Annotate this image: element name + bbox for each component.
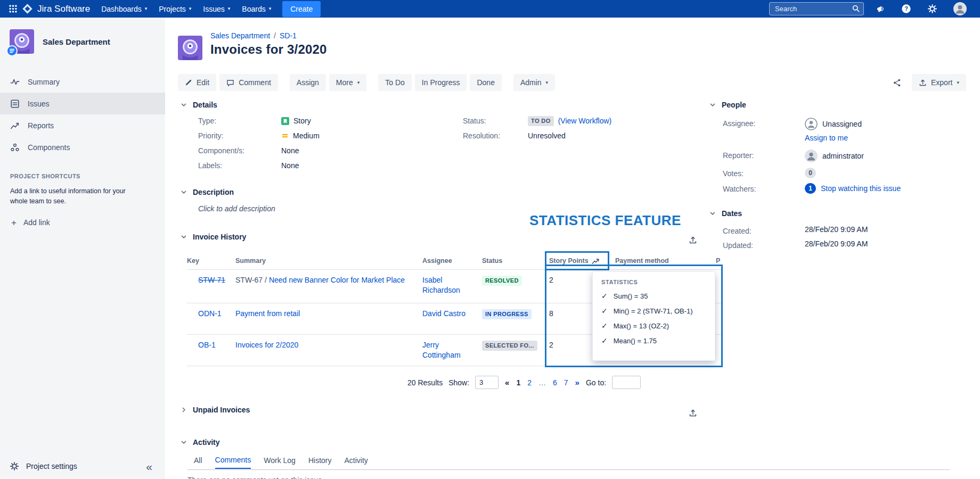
tab-history[interactable]: History (308, 456, 332, 469)
collapse-people-button[interactable] (709, 101, 716, 109)
page-prev[interactable]: « (505, 378, 509, 387)
issue-key-link[interactable]: OB-1 (198, 341, 216, 349)
unpaid-invoices-export-button[interactable] (684, 404, 701, 422)
nav-issues[interactable]: Issues▾ (197, 1, 236, 17)
collapse-details-button[interactable] (180, 101, 187, 109)
chevron-down-icon: ▾ (957, 80, 959, 85)
tab-all[interactable]: All (194, 456, 202, 469)
breadcrumb-issue-link[interactable]: SD-1 (280, 31, 297, 40)
goto-page-input[interactable] (612, 376, 641, 389)
check-icon: ✓ (601, 292, 608, 300)
table-pagination: 20 Results Show: « 1 2 … 6 7 » Go to: (407, 376, 641, 389)
toolbar-right: Export ▾ (888, 74, 966, 91)
admin-button[interactable]: Admin ▾ (513, 74, 555, 91)
assign-to-me-link[interactable]: Assign to me (805, 134, 848, 142)
add-link-button[interactable]: + Add link (10, 217, 51, 228)
collapse-description-button[interactable] (180, 188, 187, 196)
export-button[interactable]: Export ▾ (912, 74, 966, 91)
column-key[interactable]: Key (187, 252, 235, 269)
watchers-badge[interactable]: 1 (805, 183, 816, 194)
more-label: More (336, 78, 353, 87)
assignee-link[interactable]: Jerry Cottingham (422, 341, 461, 359)
project-settings-button[interactable]: Project settings (10, 461, 77, 471)
description-placeholder[interactable]: Click to add description (198, 204, 275, 213)
jira-logo[interactable]: Jira Software (22, 3, 90, 14)
sidebar-item-issues[interactable]: Issues (0, 93, 165, 114)
breadcrumb-project-link[interactable]: Sales Department (210, 31, 270, 40)
page-current[interactable]: 1 (516, 378, 520, 387)
stop-watching-link[interactable]: Stop watching this issue (821, 184, 901, 193)
page-size-input[interactable] (475, 376, 499, 389)
issue-header-text: Sales Department / SD-1 Invoices for 3/2… (210, 31, 327, 60)
column-status[interactable]: Status (482, 252, 549, 269)
tab-work-log[interactable]: Work Log (264, 456, 296, 469)
column-assignee[interactable]: Assignee (422, 252, 482, 269)
expand-unpaid-invoices-button[interactable] (180, 406, 187, 414)
breadcrumb-separator: / (274, 31, 276, 40)
statistic-mean[interactable]: ✓ Mean() = 1.75 (601, 336, 706, 345)
edit-button[interactable]: Edit (178, 74, 216, 91)
create-button[interactable]: Create (282, 1, 321, 17)
issue-key-link[interactable]: ODN-1 (198, 309, 222, 318)
issue-key-link[interactable]: STW-71 (198, 276, 225, 284)
nav-projects[interactable]: Projects▾ (153, 1, 197, 17)
type-value: Story (293, 117, 311, 125)
nav-boards[interactable]: Boards▾ (236, 1, 277, 17)
issue-summary-link[interactable]: Invoices for 2/2020 (235, 341, 298, 349)
nav-dashboards-label: Dashboards (101, 5, 142, 13)
feedback-button[interactable] (872, 2, 889, 16)
reporter-label: Reporter: (723, 150, 805, 160)
no-comments-message: There are no comments yet on this issue. (187, 476, 324, 479)
details-fields-left: Type: Story Priority: Medium Component/s… (198, 115, 320, 175)
comment-button[interactable]: Comment (219, 74, 278, 91)
assignee-link[interactable]: David Castro (422, 309, 466, 318)
statistic-label: Max() = 13 (OZ-2) (614, 322, 669, 330)
issue-summary-link[interactable]: Payment from retail (235, 309, 300, 318)
user-avatar-button[interactable] (950, 0, 970, 18)
sidebar-item-summary[interactable]: Summary (0, 71, 165, 93)
nav-issues-label: Issues (203, 5, 224, 13)
settings-button[interactable] (924, 1, 941, 16)
view-workflow-link[interactable]: (View Workflow) (558, 117, 612, 125)
statistic-max[interactable]: ✓ Max() = 13 (OZ-2) (601, 321, 706, 330)
search-input[interactable] (769, 2, 864, 15)
edit-label: Edit (197, 78, 209, 87)
collapse-activity-button[interactable] (180, 439, 187, 446)
collapse-dates-button[interactable] (709, 210, 716, 217)
more-button[interactable]: More ▾ (329, 74, 366, 91)
details-heading: Details (193, 101, 217, 109)
page-6-link[interactable]: 6 (553, 378, 557, 387)
comment-label: Comment (239, 78, 271, 87)
page-7-link[interactable]: 7 (564, 378, 568, 387)
nav-dashboards[interactable]: Dashboards▾ (95, 1, 153, 17)
resolution-label: Resolution: (463, 131, 528, 140)
invoice-history-export-button[interactable] (684, 232, 701, 249)
statistic-sum[interactable]: ✓ Sum() = 35 (601, 292, 706, 300)
column-summary[interactable]: Summary (235, 252, 422, 269)
transition-todo-button[interactable]: To Do (378, 74, 412, 91)
field-priority: Priority: Medium (198, 130, 320, 141)
issue-summary-link[interactable]: Need new Banner Color for Market Place (269, 276, 405, 284)
assignee-link[interactable]: Isabel Richardson (422, 276, 460, 294)
dates-section-header: Dates (709, 209, 742, 218)
statistic-min[interactable]: ✓ Min() = 2 (STW-71, OB-1) (601, 307, 706, 315)
sidebar-item-label: Reports (28, 121, 54, 130)
tab-comments[interactable]: Comments (215, 456, 251, 469)
chevron-down-icon: ▾ (269, 6, 272, 11)
share-button[interactable] (888, 74, 905, 91)
help-button[interactable]: ? (897, 1, 915, 16)
results-count: 20 Results (407, 378, 443, 387)
sidebar-item-components[interactable]: Components (0, 136, 165, 158)
assign-button[interactable]: Assign (290, 74, 326, 91)
page-2-link[interactable]: 2 (527, 378, 532, 387)
collapse-invoice-history-button[interactable] (180, 233, 187, 241)
page-next[interactable]: » (575, 378, 579, 387)
transition-in-progress-button[interactable]: In Progress (415, 74, 467, 91)
tab-activity[interactable]: Activity (344, 456, 368, 469)
summary-icon (10, 77, 20, 87)
votes-badge[interactable]: 0 (805, 168, 816, 178)
app-switcher-button[interactable] (5, 2, 21, 15)
collapse-sidebar-button[interactable]: « (143, 461, 156, 472)
sidebar-item-reports[interactable]: Reports (0, 114, 165, 136)
transition-done-button[interactable]: Done (470, 74, 501, 91)
